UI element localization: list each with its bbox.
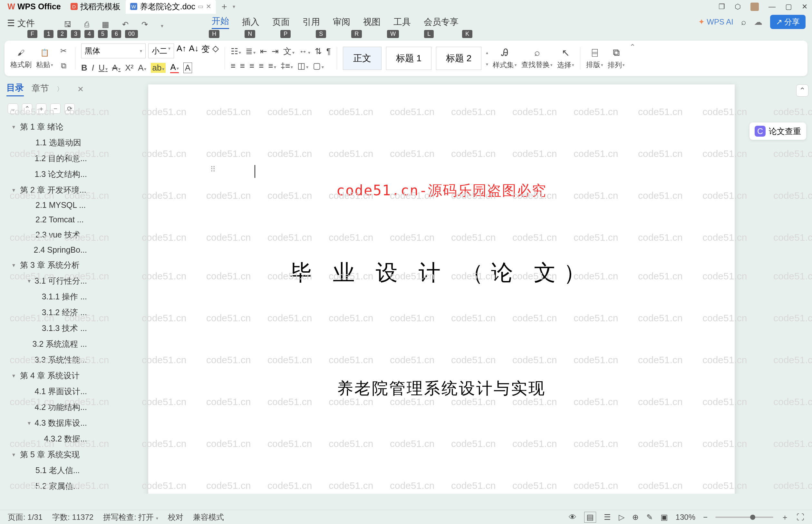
- outline-item[interactable]: 2.3 vue 技术: [0, 227, 90, 243]
- outline-item[interactable]: 2.1 MYSQL ...: [0, 198, 90, 212]
- eye-icon[interactable]: 👁: [569, 513, 577, 522]
- align-right-icon[interactable]: ≡: [249, 61, 254, 71]
- share-button[interactable]: ↗ 分享: [770, 15, 806, 29]
- status-compat[interactable]: 兼容模式: [193, 512, 224, 522]
- outline-item[interactable]: 4.3.2 数据...: [0, 431, 90, 447]
- outline-item[interactable]: ▾第 2 章 开发环境...: [0, 182, 90, 198]
- style-heading1[interactable]: 标题 1: [386, 47, 431, 70]
- outline-item[interactable]: 2.4 SpringBo...: [0, 243, 90, 257]
- focus-icon[interactable]: ▣: [661, 513, 668, 522]
- user-avatar[interactable]: [750, 3, 759, 11]
- shading-icon[interactable]: ◫: [297, 61, 308, 71]
- line-spacing-icon[interactable]: ‡≡: [281, 61, 293, 71]
- decrease-indent-icon[interactable]: ⇤: [260, 46, 267, 56]
- style-normal[interactable]: 正文: [343, 47, 382, 70]
- add-item-icon[interactable]: ＋: [36, 103, 46, 114]
- font-color-icon[interactable]: A: [170, 62, 179, 73]
- distribute-icon[interactable]: ≡: [268, 61, 276, 71]
- outline-view-icon[interactable]: ☰: [604, 513, 611, 522]
- read-view-icon[interactable]: ▷: [619, 513, 625, 522]
- underline-icon[interactable]: U: [99, 63, 107, 73]
- quick-dropdown-icon[interactable]: ▾: [161, 23, 163, 29]
- outline-item[interactable]: 5.2 家属信...: [0, 478, 90, 494]
- document-viewport[interactable]: ⠿ code51.cn-源码乐园盗图必究 毕 业 设 计 （论 文） 养老院管理…: [90, 78, 793, 494]
- outline-item[interactable]: 1.1 选题动因: [0, 135, 90, 150]
- document-page[interactable]: ⠿ code51.cn-源码乐园盗图必究 毕 业 设 计 （论 文） 养老院管理…: [148, 84, 735, 494]
- outline-item[interactable]: ▾3.1 可行性分...: [0, 273, 90, 289]
- quick-undo-icon[interactable]: ↶: [122, 20, 129, 29]
- align-center-icon[interactable]: ≡: [240, 61, 245, 71]
- tab-close-icon[interactable]: ✕: [206, 3, 211, 10]
- caret-icon[interactable]: ▾: [12, 186, 18, 194]
- sidebar-nav-next-icon[interactable]: 〉: [57, 85, 63, 94]
- outline-item[interactable]: 3.1.1 操作 ...: [0, 289, 90, 305]
- outline-item[interactable]: ▾第 1 章 绪论: [0, 119, 90, 135]
- quick-save-icon[interactable]: 🖫: [64, 20, 71, 29]
- page-view-icon[interactable]: ▤: [584, 512, 596, 523]
- search-icon[interactable]: ⌕: [741, 17, 746, 27]
- highlight-icon[interactable]: ab: [151, 63, 166, 73]
- remove-item-icon[interactable]: −: [50, 103, 61, 114]
- caret-icon[interactable]: ▾: [12, 124, 18, 131]
- fit-width-icon[interactable]: ↔: [299, 46, 310, 56]
- font-size-select[interactable]: 小二▾: [148, 44, 174, 58]
- menu-reference[interactable]: 引用: [302, 16, 320, 29]
- font-name-select[interactable]: 黑体▾: [81, 44, 146, 58]
- char-border-icon[interactable]: A: [183, 63, 192, 73]
- caret-icon[interactable]: ▾: [12, 451, 18, 458]
- status-spellcheck[interactable]: 拼写检查: 打开 ▾: [103, 512, 158, 522]
- outline-item[interactable]: ▾第 5 章 系统实现: [0, 447, 90, 462]
- paper-check-button[interactable]: C 论文查重: [749, 122, 806, 140]
- show-marks-icon[interactable]: ¶: [327, 46, 331, 56]
- styleset-group[interactable]: Ꭿ 样式集: [493, 47, 517, 70]
- pen-icon[interactable]: ✎: [646, 513, 653, 522]
- style-scroll-up-icon[interactable]: ▴: [486, 50, 488, 55]
- maximize-button[interactable]: ▢: [785, 3, 792, 11]
- status-words[interactable]: 字数: 11372: [52, 512, 94, 522]
- wps-ai-button[interactable]: ✦ WPS AI: [698, 17, 733, 27]
- web-view-icon[interactable]: ⊕: [632, 513, 639, 522]
- paste-group[interactable]: 📋 粘贴: [36, 47, 53, 70]
- caret-icon[interactable]: ▾: [28, 420, 33, 427]
- tab-window-icon[interactable]: ▭: [198, 3, 203, 10]
- caret-icon[interactable]: ▾: [28, 277, 33, 284]
- new-tab-button[interactable]: ＋: [217, 0, 232, 13]
- superscript-icon[interactable]: X²: [125, 63, 133, 73]
- file-menu[interactable]: ☰ 文件: [7, 17, 35, 29]
- drag-handle-icon[interactable]: ⠿: [210, 165, 216, 174]
- tab-menu-dropdown-icon[interactable]: ▾: [233, 3, 235, 10]
- ribbon-collapse-icon[interactable]: ⌃: [629, 43, 636, 52]
- outline-item[interactable]: ▾第 3 章 系统分析: [0, 257, 90, 273]
- outline-item[interactable]: 3.1.3 技术 ...: [0, 320, 90, 336]
- select-group[interactable]: ↖ 选择: [557, 47, 574, 70]
- zoom-out-icon[interactable]: −: [703, 513, 708, 522]
- menu-insert[interactable]: 插入: [242, 16, 260, 29]
- clear-format-icon[interactable]: ◇: [212, 44, 219, 58]
- format-brush-group[interactable]: 🖌 格式刷: [10, 47, 32, 70]
- number-list-icon[interactable]: ≣: [246, 46, 255, 56]
- menu-review[interactable]: 审阅: [333, 16, 350, 29]
- ruler-toggle-icon[interactable]: ⌃: [796, 84, 809, 97]
- text-effect-icon[interactable]: A: [138, 63, 146, 73]
- caret-icon[interactable]: ▾: [12, 262, 18, 269]
- cube-icon[interactable]: ⬡: [735, 3, 741, 11]
- caret-icon[interactable]: ▾: [12, 372, 18, 379]
- outline-item[interactable]: 2.2 Tomcat ...: [0, 212, 90, 227]
- tab-toc[interactable]: 目录: [6, 82, 24, 96]
- outline-item[interactable]: 1.3 论文结构...: [0, 166, 90, 182]
- outline-item[interactable]: 1.2 目的和意...: [0, 150, 90, 166]
- style-heading2[interactable]: 标题 2: [436, 47, 481, 70]
- increase-font-icon[interactable]: A↑: [177, 44, 186, 58]
- strikethrough-icon[interactable]: A: [112, 63, 120, 73]
- menu-view[interactable]: 视图: [363, 16, 381, 29]
- quick-redo-icon[interactable]: ↷: [142, 20, 148, 29]
- sidebar-close-icon[interactable]: ✕: [77, 85, 84, 94]
- refresh-icon[interactable]: ⟳: [64, 103, 75, 114]
- zoom-in-icon[interactable]: ＋: [781, 512, 789, 522]
- status-page[interactable]: 页面: 1/31: [8, 512, 43, 522]
- zoom-value[interactable]: 130%: [676, 513, 695, 522]
- increase-indent-icon[interactable]: ⇥: [272, 46, 279, 56]
- status-proof[interactable]: 校对: [168, 512, 183, 522]
- tab-chapter[interactable]: 章节: [32, 82, 49, 96]
- copy-icon[interactable]: ⧉: [58, 60, 69, 71]
